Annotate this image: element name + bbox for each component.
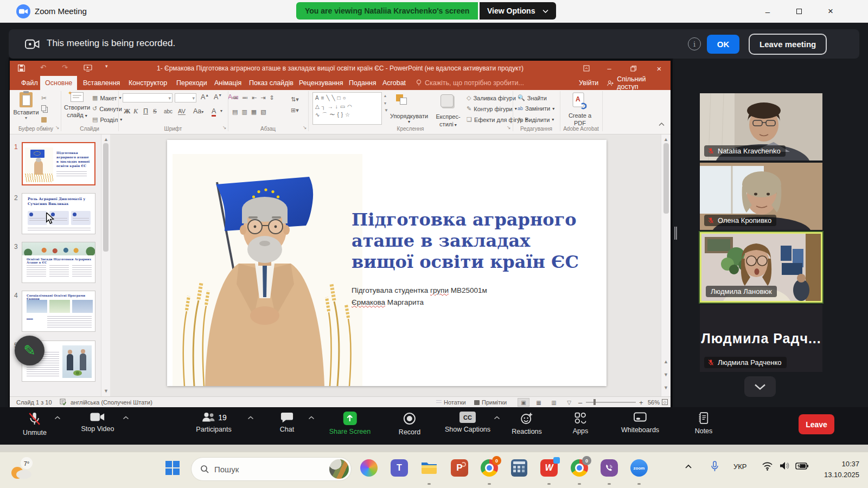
zoom-percent[interactable]: 56%	[648, 399, 660, 406]
slide-scrollbar[interactable]: ▲ ▲ ▼ ▼	[661, 134, 671, 396]
participants-options-caret[interactable]	[247, 416, 254, 420]
font-size-select[interactable]: ▾	[175, 93, 196, 102]
slide-author[interactable]: Єрмакова Маргарита	[352, 298, 424, 306]
record-button[interactable]: Record	[399, 412, 420, 436]
ppt-close-button[interactable]: ×	[651, 63, 667, 74]
clipboard-dialog-launcher[interactable]: ↘	[55, 125, 60, 130]
slide-title[interactable]: Підготовка аграрного аташе в закладах ви…	[352, 209, 579, 273]
layout-button[interactable]: ▦Макет▾	[92, 94, 122, 101]
share-button[interactable]: Спільний доступ	[602, 76, 671, 90]
tab-transitions[interactable]: Переходи	[171, 76, 212, 90]
cut-icon[interactable]: ✂	[41, 94, 47, 102]
sign-in-link[interactable]: Увійти	[574, 76, 603, 90]
captions-options-caret[interactable]	[494, 416, 500, 420]
current-slide[interactable]: Підготовка аграрного аташе в закладах ви…	[167, 140, 607, 386]
chrome-icon-2[interactable]: 0	[569, 457, 590, 479]
battery-icon[interactable]	[795, 463, 808, 470]
volume-icon[interactable]	[779, 461, 790, 471]
tab-home[interactable]: Основне	[40, 76, 77, 90]
chrome-icon[interactable]: 0	[478, 457, 500, 479]
tab-animations[interactable]: Анімація	[209, 76, 246, 90]
video-tile-olena[interactable]: Олена Кропивко	[700, 163, 822, 230]
reading-view-button[interactable]: ▥	[548, 398, 560, 407]
tab-insert[interactable]: Вставлення	[78, 76, 125, 90]
chat-button[interactable]: Chat	[280, 412, 294, 433]
zoom-in-button[interactable]: +	[639, 399, 643, 407]
notes-button[interactable]: Notes	[695, 412, 713, 435]
slide-thumbnail-3[interactable]: Освітні Засади Підготовки Аграрних Аташе…	[22, 242, 95, 283]
tray-chevron-up-icon[interactable]	[685, 464, 692, 469]
close-button[interactable]: ×	[821, 4, 840, 18]
drawing-dialog-launcher[interactable]: ↘	[507, 125, 511, 130]
previous-slide-button[interactable]: ▲	[663, 359, 668, 364]
find-button[interactable]: 🔍Знайти	[518, 94, 547, 101]
paste-button[interactable]: Вставити ▾	[15, 92, 37, 120]
tell-me-box[interactable]: Скажіть, що потрібно зробити...	[411, 76, 529, 90]
apps-button[interactable]: Apps	[573, 412, 589, 435]
tab-file[interactable]: Файл	[16, 76, 43, 90]
zoom-slider-thumb[interactable]	[593, 399, 596, 405]
viber-icon[interactable]	[598, 457, 620, 479]
ribbon-display-options-icon[interactable]	[578, 63, 595, 74]
reset-button[interactable]: ↺Скинути	[92, 105, 122, 112]
replace-button[interactable]: abЗамінити▾	[518, 105, 554, 112]
stop-video-button[interactable]: Stop Video	[81, 412, 114, 433]
bold-button[interactable]: Ж	[124, 107, 130, 115]
leave-meeting-button[interactable]: Leave meeting	[749, 34, 827, 55]
minimize-button[interactable]: –	[758, 4, 777, 18]
italic-button[interactable]: К	[133, 107, 138, 115]
copilot-icon[interactable]	[358, 457, 380, 479]
ppt-minimize-button[interactable]: –	[601, 63, 617, 74]
weather-widget[interactable]: 7°	[9, 457, 37, 481]
tray-microphone-icon[interactable]	[711, 461, 719, 472]
paragraph-dialog-launcher[interactable]: ↘	[303, 125, 307, 130]
create-pdf-button[interactable]: Create a PDF	[564, 112, 596, 127]
paste-dropdown-arrow[interactable]: ▾	[15, 115, 37, 120]
paragraph-icons-row2[interactable]: ▤▥▦▧	[232, 108, 270, 115]
leave-button[interactable]: Leave	[799, 414, 834, 434]
font-dialog-launcher[interactable]: ↘	[222, 125, 227, 130]
font-color-button[interactable]: A	[212, 107, 216, 117]
tab-review[interactable]: Рецензування	[294, 76, 348, 90]
teams-icon[interactable]: T	[388, 457, 410, 479]
ppt-restore-button[interactable]	[625, 63, 641, 74]
file-explorer-icon[interactable]	[418, 457, 440, 479]
view-options-button[interactable]: View Options	[480, 2, 556, 20]
whiteboards-button[interactable]: Whiteboards	[621, 412, 659, 434]
unmute-options-caret[interactable]	[54, 416, 61, 420]
change-case-button[interactable]: Aa▾	[193, 107, 203, 115]
panel-resize-handle[interactable]	[674, 227, 677, 240]
shapes-scroll[interactable]: ▴▾▼	[384, 92, 388, 114]
spellcheck-icon[interactable]	[60, 399, 67, 406]
font-name-select[interactable]: ▾	[123, 93, 173, 102]
language-indicator[interactable]: УКР	[733, 463, 747, 471]
fit-to-window-button[interactable]: ◇	[662, 399, 668, 405]
format-painter-icon[interactable]	[41, 117, 47, 123]
chat-options-caret[interactable]	[308, 416, 315, 420]
slide-sorter-view-button[interactable]: ▦	[533, 398, 545, 407]
tab-slideshow[interactable]: Показ слайдів	[244, 76, 298, 90]
text-shadow-button[interactable]: abc	[164, 108, 173, 114]
shape-outline-button[interactable]: ✎Контур фігури▾	[467, 105, 517, 112]
arrange-button[interactable]: Упорядкувати▾	[386, 113, 432, 124]
participants-button[interactable]: 19 Participants	[196, 412, 231, 433]
tab-view[interactable]: Подання	[344, 76, 381, 90]
info-icon[interactable]: i	[688, 37, 701, 50]
unmute-button[interactable]: Unmute	[23, 412, 47, 436]
new-slide-button[interactable]: ✦ Створити слайд ▾	[64, 92, 90, 119]
calculator-icon[interactable]	[508, 457, 530, 479]
slide-byline[interactable]: Підготувала студентка групи МВ25001м	[352, 286, 487, 294]
show-captions-button[interactable]: CC Show Captions	[445, 412, 490, 433]
video-options-caret[interactable]	[123, 416, 129, 420]
comments-toggle[interactable]: Примітки	[474, 399, 507, 406]
collap​se-ribbon-icon[interactable]	[659, 123, 665, 126]
language-status[interactable]: англійська (Сполучені Штати)	[71, 399, 152, 406]
slide-scroll-thumb[interactable]	[663, 143, 669, 214]
clock[interactable]: 10:37 13.10.2025	[809, 459, 859, 480]
tab-design[interactable]: Конструктор	[124, 76, 172, 90]
slideshow-view-button[interactable]: ▽	[563, 398, 575, 407]
share-screen-button[interactable]: Share Screen	[329, 412, 371, 435]
zoom-app-icon-taskbar[interactable]: zoom	[628, 457, 650, 479]
slide-thumbnail-1[interactable]: Підготовка аграрного аташе в закладах ви…	[22, 142, 95, 185]
ok-button[interactable]: OK	[707, 35, 739, 54]
